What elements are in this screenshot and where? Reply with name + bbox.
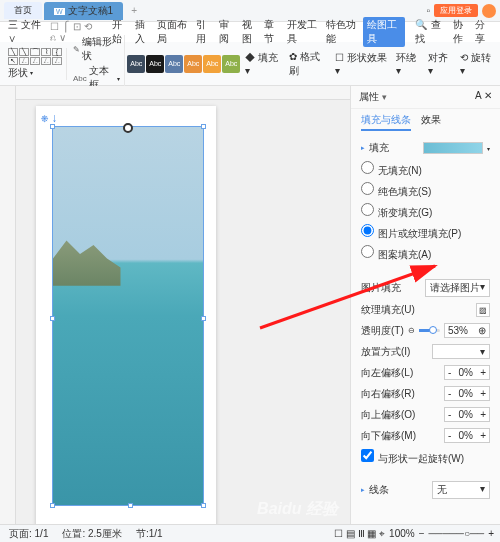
tab-fill-line[interactable]: 填充与线条 xyxy=(361,113,411,131)
rotate-with-shape[interactable]: 与形状一起旋转(W) xyxy=(361,449,464,466)
shape-gallery[interactable]: ╲╲⌒⌇{ xyxy=(8,48,62,56)
menu-dev[interactable]: 开发工具 xyxy=(285,18,322,46)
style-swatches[interactable]: Abc Abc Abc Abc Abc Abc xyxy=(127,55,240,73)
menu-section[interactable]: 章节 xyxy=(262,18,283,46)
fill-btn[interactable]: ◆ 填充▾ xyxy=(242,51,283,76)
zoom[interactable]: 100% xyxy=(389,528,415,539)
resize-handle[interactable] xyxy=(50,503,55,508)
file-menu[interactable]: 三 文件 ∨ xyxy=(6,18,46,46)
menu-ref[interactable]: 引用 xyxy=(194,18,215,46)
opacity-slider[interactable] xyxy=(419,329,440,332)
shape-fx[interactable]: ☐ 形状效果▾ xyxy=(332,51,390,76)
resize-handle[interactable] xyxy=(201,316,206,321)
offset-r[interactable]: -0%+ xyxy=(444,386,490,401)
offset-u[interactable]: -0%+ xyxy=(444,407,490,422)
anchor-icon: ⎈ ↓ xyxy=(41,111,57,125)
tile-dd[interactable]: ▾ xyxy=(432,344,490,359)
menu-review[interactable]: 审阅 xyxy=(217,18,238,46)
resize-handle[interactable] xyxy=(50,124,55,129)
search[interactable]: 🔍 查找 xyxy=(413,18,449,46)
horizontal-ruler xyxy=(16,86,350,100)
radio-picture[interactable]: 图片或纹理填充(P) xyxy=(361,222,490,243)
pic-fill-dd[interactable]: 请选择图片▾ xyxy=(425,279,490,297)
edit-shape[interactable]: ✎ 编辑形状 xyxy=(73,35,120,63)
view-icons[interactable]: ☐ ▤ Ⅲ ▦ ⌖ xyxy=(334,528,385,540)
radio-solid[interactable]: 纯色填充(S) xyxy=(361,180,490,201)
selected-image[interactable] xyxy=(52,126,204,506)
line-dd[interactable]: 无▾ xyxy=(432,481,490,499)
status-page: 页面: 1/1 xyxy=(6,527,51,541)
resize-handle[interactable] xyxy=(50,316,55,321)
resize-handle[interactable] xyxy=(201,124,206,129)
share[interactable]: 分享 xyxy=(473,18,494,46)
opacity-value[interactable]: 53%⊕ xyxy=(444,323,490,338)
tab-effect[interactable]: 效果 xyxy=(421,113,441,131)
menu-insert[interactable]: 插入 xyxy=(133,18,154,46)
tab-document[interactable]: W文字文稿1 xyxy=(44,2,123,20)
vertical-ruler xyxy=(0,86,16,542)
panel-title: 属性 ▾ A ✕ xyxy=(351,86,500,109)
status-pos: 位置: 2.5厘米 xyxy=(59,527,124,541)
resize-handle[interactable] xyxy=(201,503,206,508)
fill-swatch[interactable] xyxy=(423,142,483,154)
radio-gradient[interactable]: 渐变填充(G) xyxy=(361,201,490,222)
offset-l[interactable]: -0%+ xyxy=(444,365,490,380)
fill-header[interactable]: 填充 ▾ xyxy=(361,141,490,155)
icon-box[interactable]: ▫ xyxy=(426,5,430,16)
fmt-painter[interactable]: ✿ 格式刷 xyxy=(286,50,329,78)
menu-layout[interactable]: 页面布局 xyxy=(155,18,192,46)
opacity-row: 透明度(T) ⊖ 53%⊕ xyxy=(361,320,490,341)
rotate-handle[interactable] xyxy=(123,123,133,133)
radio-none[interactable]: 无填充(N) xyxy=(361,159,490,180)
texture-btn[interactable]: ▨ xyxy=(476,303,490,317)
radio-pattern[interactable]: 图案填充(A) xyxy=(361,243,490,264)
watermark: Baidu 经验 xyxy=(257,499,338,520)
login-badge[interactable]: 应用登录 xyxy=(434,4,478,17)
rotate-btn[interactable]: ⟲ 旋转▾ xyxy=(457,51,496,76)
menu-special[interactable]: 特色功能 xyxy=(324,18,361,46)
avatar[interactable] xyxy=(482,4,496,18)
tab-add[interactable]: + xyxy=(125,5,143,16)
status-sec: 节:1/1 xyxy=(133,527,166,541)
tab-home[interactable]: 首页 xyxy=(4,2,42,19)
zoom-in[interactable]: + xyxy=(488,528,494,539)
wrap-btn[interactable]: 环绕▾ xyxy=(393,51,422,76)
offset-d[interactable]: -0%+ xyxy=(444,428,490,443)
collab[interactable]: 协作 xyxy=(451,18,472,46)
align-btn[interactable]: 对齐▾ xyxy=(425,51,454,76)
resize-handle[interactable] xyxy=(128,503,133,508)
menu-view[interactable]: 视图 xyxy=(240,18,261,46)
zoom-out[interactable]: − xyxy=(419,528,425,539)
menu-drawing-tools[interactable]: 绘图工具 xyxy=(363,17,404,47)
line-header[interactable]: 线条 无▾ xyxy=(361,481,490,499)
